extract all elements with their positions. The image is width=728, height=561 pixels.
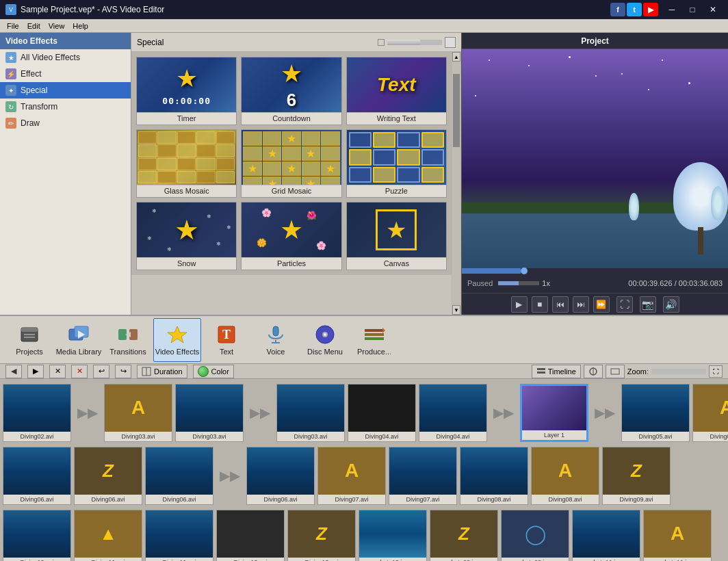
timeline-tracks[interactable]: Diving02.avi ▶▶ A Diving03.avi Diving03.…: [0, 379, 728, 561]
effect-label-particles: Particles: [242, 257, 341, 270]
tool-video-effects[interactable]: Video Effects: [153, 318, 201, 362]
sidebar-item-special[interactable]: ✦ Special: [0, 82, 131, 99]
track-clip-diving06a[interactable]: Diving06.avi: [3, 447, 71, 505]
track-clip-photo08b[interactable]: ◯ photo08.jpg: [501, 510, 569, 562]
next-frame-button[interactable]: ⏭: [573, 296, 589, 313]
fullscreen-button[interactable]: ⛶: [616, 296, 633, 313]
scroll-track[interactable]: [452, 62, 460, 305]
undo-button[interactable]: ↩: [93, 365, 109, 378]
track-clip-diving08a[interactable]: Diving08.avi: [460, 447, 528, 505]
sidebar-item-transform[interactable]: ↻ Transform: [0, 99, 131, 115]
track-clip-diving11a[interactable]: ▲ Diving11.avi: [74, 510, 142, 562]
track-clip-diving12b[interactable]: Z Diving12.avi: [287, 510, 356, 562]
effect-thumb-puzzle: [347, 130, 446, 185]
tool-produce[interactable]: Produce...: [350, 318, 398, 362]
play-button[interactable]: ▶: [511, 296, 528, 313]
tool-projects[interactable]: Projects: [5, 318, 53, 362]
scroll-down-button[interactable]: ▼: [452, 305, 460, 315]
effect-item-puzzle[interactable]: Puzzle: [346, 129, 447, 198]
effect-item-glass-mosaic[interactable]: Glass Mosaic: [136, 129, 237, 198]
snapshot-button[interactable]: 📷: [640, 296, 656, 313]
close-button[interactable]: ✕: [703, 3, 723, 16]
sidebar-item-all-video-effects[interactable]: ★ All Video Effects: [0, 49, 131, 66]
facebook-icon[interactable]: f: [610, 3, 625, 16]
volume-button[interactable]: 🔊: [663, 296, 679, 313]
timeline-view-button[interactable]: [606, 365, 625, 378]
track-clip-photo11b[interactable]: A photo11.jpg: [643, 510, 712, 562]
panel-icon-box[interactable]: [445, 37, 456, 48]
effect-item-grid-mosaic[interactable]: ★ ★★ ★★★ ★★ Grid Mosaic: [241, 129, 341, 198]
track-clip-photo08a[interactable]: Z photo08.jpg: [430, 510, 498, 562]
track-clip-diving11b[interactable]: Diving11.avi: [145, 510, 213, 562]
timeline-mode-button[interactable]: Timeline: [532, 365, 581, 378]
svg-rect-1: [21, 328, 38, 332]
fullscreen-timeline-button[interactable]: ⛶: [709, 365, 723, 378]
duration-button[interactable]: Duration: [137, 365, 187, 378]
track-clip-diving04b[interactable]: Diving04.avi: [419, 384, 487, 442]
scroll-up-button[interactable]: ▲: [452, 52, 460, 62]
menu-help[interactable]: Help: [68, 21, 92, 31]
menu-edit[interactable]: Edit: [23, 21, 44, 31]
timeline-settings-button[interactable]: [584, 365, 603, 378]
track-clip-diving03b[interactable]: Diving03.avi: [175, 384, 244, 442]
track-clip-diving03a[interactable]: A Diving03.avi: [104, 384, 172, 442]
track-clip-diving03c[interactable]: Diving03.avi: [276, 384, 345, 442]
prev-frame-button[interactable]: ⏮: [552, 296, 569, 313]
track-clip-diving06d[interactable]: Diving06.avi: [246, 447, 315, 505]
track-row-3: Diving10.avi ▲ Diving11.avi Diving11.avi…: [3, 508, 725, 561]
effect-item-timer[interactable]: ★ 00:00:00 Timer: [136, 57, 237, 125]
track-clip-photo10[interactable]: photo10.jpg: [359, 510, 427, 562]
effect-item-writing[interactable]: Text Writing Text: [346, 57, 447, 125]
track-clip-photo11a[interactable]: photo11.jpg: [572, 510, 640, 562]
tool-disc-menu[interactable]: Disc Menu: [301, 318, 349, 362]
track-clip-diving06b[interactable]: Z Diving06.avi: [74, 447, 142, 505]
back-button[interactable]: ◀: [5, 365, 22, 378]
speed-bar[interactable]: [498, 281, 539, 285]
progress-bar[interactable]: [462, 268, 728, 274]
color-button[interactable]: Color: [193, 365, 234, 378]
sidebar-item-effect[interactable]: ⚡ Effect: [0, 66, 131, 82]
twitter-icon[interactable]: t: [627, 3, 642, 16]
minimize-button[interactable]: ─: [662, 3, 681, 16]
tool-transitions[interactable]: Transitions: [104, 318, 152, 362]
tool-media-library[interactable]: Media Library: [55, 318, 103, 362]
track-clip-diving04a[interactable]: Diving04.avi: [348, 384, 416, 442]
track-clip-diving08b[interactable]: A Diving08.avi: [531, 447, 599, 505]
clip-thumb-diving06b: Z: [75, 447, 142, 495]
forward-button[interactable]: ▶: [27, 365, 44, 378]
track-clip-diving10[interactable]: Diving10.avi: [3, 510, 71, 562]
track-clip-diving05b[interactable]: A Diving05.avi: [692, 384, 728, 442]
svg-rect-13: [273, 326, 278, 336]
projects-label: Projects: [16, 348, 43, 356]
clip-thumb-photo08a: Z: [430, 510, 497, 558]
tool-text[interactable]: T Text: [203, 318, 250, 362]
track-clip-diving07b[interactable]: Diving07.avi: [389, 447, 457, 505]
track-clip-diving05a[interactable]: Diving05.avi: [621, 384, 690, 442]
zoom-slider[interactable]: [651, 369, 706, 374]
track-clip-diving06c[interactable]: Diving06.avi: [145, 447, 213, 505]
track-clip-diving07a[interactable]: A Diving07.avi: [317, 447, 386, 505]
zoom-bar[interactable]: [387, 40, 442, 45]
effect-item-particles[interactable]: ★ 🌸 🌺 🌼 🌸 Particles: [241, 202, 341, 270]
stop-button[interactable]: ■: [532, 296, 548, 313]
track-clip-diving02[interactable]: Diving02.avi: [3, 384, 71, 442]
clip-label-photo11a: photo11.jpg: [573, 558, 640, 562]
track-clip-diving09[interactable]: Z Diving09.avi: [602, 447, 671, 505]
sidebar-item-draw[interactable]: ✏ Draw: [0, 115, 131, 131]
track-clip-layer1[interactable]: Layer 1: [520, 384, 588, 442]
effect-item-countdown[interactable]: ★ 6 Countdown: [241, 57, 341, 125]
menu-file[interactable]: File: [3, 21, 23, 31]
menu-view[interactable]: View: [44, 21, 69, 31]
arrow-icon-1: ▶▶: [77, 404, 98, 421]
skip-forward-button[interactable]: ⏩: [593, 296, 610, 313]
youtube-icon[interactable]: ▶: [643, 3, 658, 16]
track-clip-diving12a[interactable]: Diving12.avi: [216, 510, 285, 562]
cancel-button[interactable]: ✕: [49, 365, 66, 378]
redo-button[interactable]: ↪: [115, 365, 131, 378]
effect-item-snow[interactable]: ★ ❄ ❄ ❄ ❄ ❄ ❄ Snow: [136, 202, 237, 270]
maximize-button[interactable]: □: [683, 3, 702, 16]
delete-button[interactable]: ✕: [71, 365, 88, 378]
tool-voice[interactable]: Voice: [252, 318, 300, 362]
effect-item-canvas[interactable]: ★ Canvas: [346, 202, 447, 270]
text-icon: T: [216, 324, 237, 345]
